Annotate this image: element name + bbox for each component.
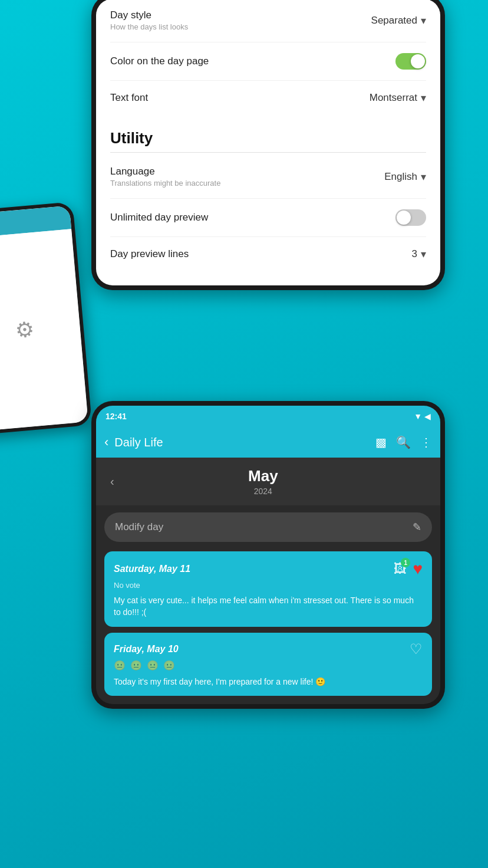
toggle-knob <box>397 211 411 225</box>
journal-phone: 12:41 ▼ ◀ ‹ Daily Life ▩ 🔍 ⋮ ‹ May 2024 <box>91 401 445 709</box>
day-style-row: Day style How the days list looks Separa… <box>110 0 426 42</box>
image-count-badge: 1 <box>401 558 410 567</box>
unlimited-preview-label: Unlimited day preview <box>110 212 208 223</box>
more-options-icon[interactable]: ⋮ <box>420 435 432 449</box>
entry-vote: No vote <box>114 581 423 590</box>
entry-date: Saturday, May 11 <box>114 564 190 574</box>
day-preview-lines-value[interactable]: 3 ▾ <box>412 248 426 261</box>
settings-phone: Day style How the days list looks Separa… <box>91 0 445 290</box>
text-font-row: Text font Montserrat ▾ <box>110 81 426 115</box>
color-day-page-row: Color on the day page <box>110 42 426 81</box>
entry-text: Today it's my first day here, I'm prepar… <box>114 676 423 688</box>
mood-icon-4: 😐 <box>163 660 175 671</box>
utility-section-title: Utility <box>96 115 440 152</box>
section-divider <box>110 152 426 153</box>
journal-entry-may10[interactable]: Friday, May 10 ♡ 😐 😐 😐 😐 Today it's my f… <box>104 633 432 696</box>
language-value[interactable]: English ▾ <box>384 170 426 183</box>
dropdown-arrow-icon: ▾ <box>421 170 426 183</box>
signal-icon: ◀ <box>424 412 431 421</box>
mood-icon-1: 😐 <box>114 660 126 671</box>
status-icons: ▼ ◀ <box>414 412 431 421</box>
text-font-value[interactable]: Montserrat ▾ <box>370 91 426 104</box>
dropdown-arrow-icon: ▾ <box>421 248 426 261</box>
mood-icon-2: 😐 <box>130 660 142 671</box>
day-preview-lines-row: Day preview lines 3 ▾ <box>110 237 426 271</box>
month-name: May <box>248 467 278 485</box>
heart-outline-icon[interactable]: ♡ <box>410 641 423 657</box>
mood-row: 😐 😐 😐 😐 <box>114 660 423 671</box>
heart-filled-icon[interactable]: ♥ <box>413 560 423 578</box>
unlimited-day-preview-row: Unlimited day preview <box>110 199 426 237</box>
color-toggle[interactable] <box>395 53 426 70</box>
app-toolbar: ‹ Daily Life ▩ 🔍 ⋮ <box>96 427 440 458</box>
day-preview-lines-label: Day preview lines <box>110 248 189 260</box>
modify-day-label: Modify day <box>115 521 163 533</box>
back-button[interactable]: ‹ <box>104 435 108 450</box>
entry-actions: ♡ <box>410 641 423 657</box>
entry-header: Saturday, May 11 🖼 1 ♥ <box>114 560 423 578</box>
entry-actions: 🖼 1 ♥ <box>394 560 423 578</box>
status-time: 12:41 <box>105 412 127 421</box>
month-year: 2024 <box>248 486 278 496</box>
toggle-knob <box>411 54 425 68</box>
language-sublabel: Translations might be inaccurate <box>110 179 220 188</box>
modify-day-bar[interactable]: Modify day ✎ <box>104 512 432 542</box>
toolbar-title: Daily Life <box>114 436 370 449</box>
entry-header: Friday, May 10 ♡ <box>114 641 423 657</box>
day-style-value[interactable]: Separated ▾ <box>371 14 426 27</box>
gear-icon: ⚙ <box>14 317 35 344</box>
wifi-icon: ▼ <box>414 412 422 421</box>
journal-entry-may11[interactable]: Saturday, May 11 🖼 1 ♥ No vote My cat is… <box>104 551 432 627</box>
language-row: Language Translations might be inaccurat… <box>110 155 426 199</box>
month-header: ‹ May 2024 <box>96 458 440 505</box>
search-icon[interactable]: 🔍 <box>396 435 411 449</box>
entry-text: My cat is very cute... it helps me feel … <box>114 594 423 619</box>
edit-icon: ✎ <box>413 521 421 534</box>
language-label: Language <box>110 166 220 177</box>
dropdown-arrow-icon: ▾ <box>421 14 426 27</box>
entry-date: Friday, May 10 <box>114 644 179 655</box>
day-style-label: Day style <box>110 9 188 21</box>
dropdown-arrow-icon: ▾ <box>421 91 426 104</box>
unlimited-preview-toggle[interactable] <box>395 209 426 226</box>
color-day-page-label: Color on the day page <box>110 55 209 67</box>
month-display: May 2024 <box>248 467 278 496</box>
toolbar-action-icons: ▩ 🔍 ⋮ <box>375 435 432 449</box>
text-font-label: Text font <box>110 92 148 104</box>
prev-month-button[interactable]: ‹ <box>110 475 114 488</box>
mood-icon-3: 😐 <box>147 660 159 671</box>
status-bar: 12:41 ▼ ◀ <box>96 406 440 427</box>
image-badge-wrap: 🖼 1 <box>394 561 407 577</box>
journal-entries: Saturday, May 11 🖼 1 ♥ No vote My cat is… <box>96 549 440 704</box>
day-style-sublabel: How the days list looks <box>110 22 188 31</box>
bar-chart-icon[interactable]: ▩ <box>375 435 387 449</box>
